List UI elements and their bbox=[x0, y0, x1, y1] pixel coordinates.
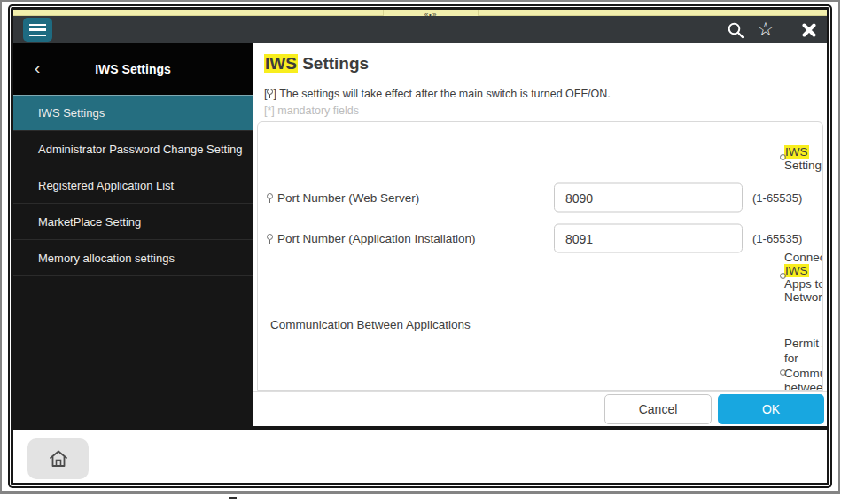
device-notch-strip: «•» bbox=[13, 10, 827, 16]
footer-bar: Cancel OK bbox=[253, 391, 827, 426]
port-number-web-server-row: Port Number (Web Server)(1-65535) bbox=[258, 182, 822, 213]
back-chevron-icon[interactable]: ‹ bbox=[35, 58, 40, 78]
iws-settings-label: IWS Settings bbox=[784, 145, 823, 172]
search-highlight: IWS bbox=[784, 264, 809, 277]
hamburger-icon bbox=[29, 24, 46, 36]
device-frame: «•» ☆ ‹ IWS Settings IWS SettingsAdminis… bbox=[11, 7, 829, 485]
key-mark-icon bbox=[267, 89, 273, 98]
page-title: IWS Settings bbox=[264, 54, 369, 74]
home-icon bbox=[47, 447, 70, 470]
top-bar: ☆ bbox=[13, 16, 827, 43]
connect-iws-apps-to-network-row: Connect IWS Apps to Network bbox=[771, 261, 822, 293]
sidebar-title: IWS Settings bbox=[95, 62, 171, 76]
permit-access-for-communication-between-applications-row: Permit Access for Communication between … bbox=[771, 353, 822, 391]
permit-access-for-communication-between-applications-label: Permit Access for Communication between … bbox=[784, 337, 823, 391]
communication-between-applications-section-label: Communication Between Applications bbox=[270, 318, 471, 331]
note-effect: [] The settings will take effect after t… bbox=[264, 88, 611, 100]
page: «•» ☆ ‹ IWS Settings IWS SettingsAdminis… bbox=[0, 0, 841, 504]
port-number-web-server-range: (1-65535) bbox=[752, 191, 802, 205]
close-icon[interactable] bbox=[798, 16, 820, 43]
home-button[interactable] bbox=[27, 438, 89, 479]
main-content: IWS Settings [] The settings will take e… bbox=[253, 43, 827, 426]
search-icon[interactable] bbox=[725, 16, 746, 43]
sidebar-items: IWS SettingsAdministrator Password Chang… bbox=[13, 95, 253, 276]
note-mandatory: [*] mandatory fields bbox=[264, 105, 359, 117]
connect-iws-apps-to-network-label: Connect IWS Apps to Network bbox=[784, 251, 823, 304]
note-effect-text: The settings will take effect after the … bbox=[279, 88, 611, 100]
ok-button[interactable]: OK bbox=[718, 394, 824, 424]
sidebar-item[interactable]: Registered Application List bbox=[13, 167, 253, 204]
port-number-web-server-input[interactable] bbox=[554, 183, 743, 213]
sidebar-item[interactable]: Administrator Password Change Setting bbox=[13, 131, 253, 167]
sidebar-item[interactable]: MarketPlace Setting bbox=[13, 204, 253, 240]
iws-settings-row: IWS Settings bbox=[771, 143, 822, 174]
menu-button[interactable] bbox=[23, 18, 52, 42]
key-mark-icon bbox=[267, 234, 273, 244]
sidebar-header: ‹ IWS Settings bbox=[13, 43, 253, 95]
bottom-dash bbox=[229, 497, 237, 499]
sidebar: ‹ IWS Settings IWS SettingsAdministrator… bbox=[13, 43, 253, 430]
port-number-web-server-label: Port Number (Web Server) bbox=[277, 191, 419, 205]
key-mark-icon bbox=[267, 193, 273, 203]
home-bar bbox=[13, 430, 827, 483]
bracket-close: ] bbox=[273, 88, 276, 100]
cancel-button[interactable]: Cancel bbox=[604, 394, 712, 424]
port-number-application-installation-row: Port Number (Application Installation)(1… bbox=[258, 222, 822, 254]
port-number-application-installation-range: (1-65535) bbox=[752, 232, 802, 245]
sidebar-item[interactable]: IWS Settings bbox=[13, 95, 253, 131]
search-highlight: IWS bbox=[784, 145, 809, 159]
communication-between-applications-section-row: Communication Between Applications bbox=[258, 315, 822, 333]
search-highlight: IWS bbox=[264, 54, 298, 73]
sidebar-item[interactable]: Memory allocation settings bbox=[13, 240, 253, 276]
star-icon[interactable]: ☆ bbox=[755, 16, 776, 43]
port-number-application-installation-input[interactable] bbox=[554, 224, 743, 253]
port-number-application-installation-label: Port Number (Application Installation) bbox=[277, 232, 476, 245]
app-area: ‹ IWS Settings IWS SettingsAdministrator… bbox=[13, 43, 827, 430]
settings-card: IWS SettingsPort Number (Web Server)(1-6… bbox=[257, 121, 823, 391]
